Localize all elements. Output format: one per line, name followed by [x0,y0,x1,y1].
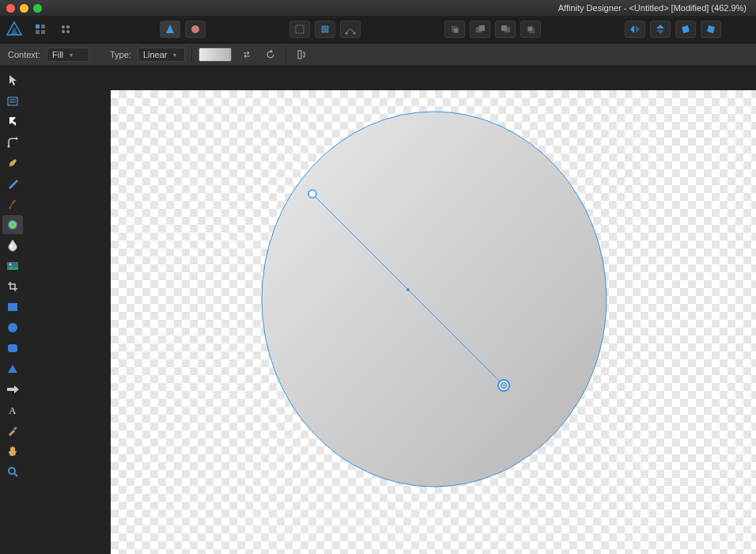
artboard-tool[interactable] [2,92,23,111]
artboard[interactable] [111,90,756,554]
arrange-front-button[interactable] [520,21,541,38]
svg-point-6 [62,25,65,28]
node-tool[interactable] [2,112,23,131]
type-select-value: Linear [143,50,168,59]
svg-rect-5 [41,30,45,34]
svg-rect-39 [13,427,17,431]
svg-rect-24 [298,51,301,59]
artistic-text-tool[interactable]: A [2,400,23,419]
pen-tool[interactable] [2,154,23,173]
maintain-aspect-button[interactable] [293,47,310,62]
corner-tool[interactable] [2,133,23,152]
canvas-gap [25,66,756,90]
ellipse-tool[interactable] [2,318,23,337]
svg-point-10 [191,25,199,33]
svg-rect-17 [479,25,485,31]
svg-point-32 [10,245,13,248]
svg-point-9 [66,30,70,33]
titlebar: Affinity Designer - <Untitled> [Modified… [0,0,756,16]
svg-point-29 [16,138,18,140]
triangle-tool[interactable] [2,359,23,378]
view-mode-pixel-button[interactable] [185,21,206,38]
persona-designer-button[interactable] [30,21,51,38]
rotate-cw-button[interactable] [701,21,721,38]
svg-rect-25 [8,97,17,105]
ellipse-shape[interactable] [261,111,607,488]
gradient-midpoint-handle[interactable] [406,288,410,291]
svg-point-12 [346,32,348,35]
chevron-down-icon: ▾ [70,51,73,59]
vector-brush-tool[interactable] [2,195,23,214]
gradient-swatch[interactable] [198,47,232,62]
window-traffic-lights [0,4,42,13]
zoom-window-icon[interactable] [33,4,42,13]
type-select[interactable]: Linear ▾ [138,47,185,62]
arrange-forward-one-button[interactable] [495,21,516,38]
svg-point-8 [62,30,65,33]
color-picker-tool[interactable] [2,421,23,440]
svg-point-34 [9,264,12,266]
snap-node-button[interactable] [340,21,361,38]
svg-rect-2 [36,25,40,28]
window-title: Affinity Designer - <Untitled> [Modified… [42,3,756,13]
divider [285,47,286,63]
fill-tool[interactable] [2,215,23,234]
svg-rect-23 [707,25,715,33]
pencil-tool[interactable] [2,174,23,193]
context-toolbar: Context: Fill ▾ Type: Linear ▾ [0,43,756,66]
app-logo-icon [5,20,24,39]
view-mode-vector-button[interactable] [160,21,180,38]
svg-point-13 [353,32,356,35]
svg-point-40 [9,468,15,474]
svg-rect-22 [682,25,690,33]
svg-rect-21 [527,26,533,32]
transparency-tool[interactable] [2,236,23,255]
svg-point-31 [8,220,17,230]
gradient-start-handle[interactable] [308,190,316,198]
context-select[interactable]: Fill ▾ [47,47,89,62]
svg-rect-35 [8,303,17,311]
minimize-window-icon[interactable] [20,4,28,13]
crop-tool[interactable] [2,277,23,296]
workspace: A [0,66,756,554]
persona-pixel-button[interactable] [55,21,76,38]
svg-rect-11 [296,25,304,33]
svg-rect-19 [501,25,507,31]
view-pan-tool[interactable] [2,442,23,461]
tools-panel: A [0,66,25,554]
zoom-tool[interactable] [2,462,23,481]
svg-line-41 [14,473,17,476]
svg-rect-4 [36,30,40,34]
svg-point-30 [9,165,10,167]
type-label: Type: [110,50,131,59]
flip-vertical-button[interactable] [650,21,671,38]
svg-text:A: A [9,404,17,416]
context-label: Context: [8,50,40,59]
arrange-back-one-button[interactable] [470,21,490,38]
rotate-gradient-button[interactable] [262,47,279,62]
place-image-tool[interactable] [2,256,23,275]
svg-point-7 [66,25,70,28]
arrange-back-button[interactable] [444,21,465,38]
close-window-icon[interactable] [6,4,15,13]
arrow-shape-tool[interactable] [2,380,23,399]
rounded-rectangle-tool[interactable] [2,339,23,358]
svg-point-42 [262,112,607,487]
reverse-gradient-button[interactable] [238,47,255,62]
snap-bounds-button[interactable] [289,21,310,38]
snap-grid-button[interactable] [315,21,335,38]
svg-rect-3 [41,25,45,28]
chevron-down-icon: ▾ [173,51,176,59]
rectangle-tool[interactable] [2,298,23,317]
svg-rect-37 [8,344,17,352]
svg-rect-15 [453,28,459,33]
flip-horizontal-button[interactable] [625,21,645,38]
rotate-ccw-button[interactable] [675,21,696,38]
svg-point-28 [8,146,10,148]
canvas-viewport[interactable] [25,66,756,554]
gradient-end-handle-inner [501,382,507,389]
move-tool[interactable] [2,71,23,90]
context-select-value: Fill [52,50,63,59]
svg-point-36 [8,323,17,332]
divider [191,47,192,63]
